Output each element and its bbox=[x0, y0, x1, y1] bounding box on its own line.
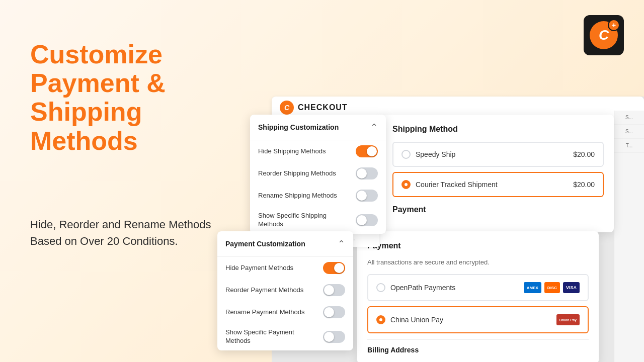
shipping-panel-title: Shipping Customization bbox=[258, 123, 339, 131]
secure-text: All transactions are secure and encrypte… bbox=[367, 258, 589, 266]
hero-title: Customize Payment & Shipping Methods bbox=[30, 40, 242, 155]
hide-payment-label: Hide Payment Methods bbox=[225, 264, 293, 273]
payment-panel-header: Payment Customization ⌃ bbox=[217, 231, 353, 257]
openpath-option[interactable]: OpenPath Payments AMEX DISC VISA bbox=[367, 274, 589, 301]
courier-tracked-option[interactable]: Courier Tracked Shipment $20.00 bbox=[392, 172, 604, 197]
reorder-shipping-label: Reorder Shipping Methods bbox=[258, 169, 336, 178]
sidebar-item-1: S... bbox=[614, 111, 644, 125]
sidebar-right: S... S... T... bbox=[614, 111, 644, 362]
hide-shipping-toggle[interactable] bbox=[356, 145, 378, 157]
shipping-panel-header: Shipping Customization ⌃ bbox=[250, 115, 386, 140]
hide-shipping-row: Hide Shipping Methods bbox=[250, 140, 386, 162]
rename-shipping-toggle[interactable] bbox=[356, 190, 378, 202]
rename-shipping-label: Rename Shipping Methods bbox=[258, 192, 337, 200]
sidebar-item-3: T... bbox=[614, 139, 644, 153]
rename-payment-toggle[interactable] bbox=[323, 306, 345, 318]
unionpay-icon: Union Pay bbox=[556, 314, 580, 325]
speedy-ship-option[interactable]: Speedy Ship $20.00 bbox=[392, 142, 604, 167]
shipping-panel: Shipping Customization ⌃ Hide Shipping M… bbox=[250, 115, 386, 234]
reorder-shipping-toggle[interactable] bbox=[356, 167, 378, 179]
unionpay-radio[interactable] bbox=[376, 315, 385, 324]
show-specific-shipping-row: Show Specific Shipping Methods bbox=[250, 207, 386, 234]
rename-shipping-row: Rename Shipping Methods bbox=[250, 185, 386, 207]
openpath-card-icons: AMEX DISC VISA bbox=[524, 282, 580, 293]
shipping-panel-close[interactable]: ⌃ bbox=[370, 122, 378, 133]
billing-title: Billing Address bbox=[367, 346, 589, 354]
payment-panel-close[interactable]: ⌃ bbox=[338, 238, 345, 249]
billing-section: Billing Address bbox=[367, 339, 589, 354]
show-specific-shipping-label: Show Specific Shipping Methods bbox=[258, 212, 339, 229]
hero-subtitle: Hide, Reorder and Rename Methods Based o… bbox=[30, 216, 211, 249]
reorder-shipping-row: Reorder Shipping Methods bbox=[250, 162, 386, 185]
visa-icon: VISA bbox=[563, 282, 580, 293]
payment-panel: Payment Customization ⌃ Hide Payment Met… bbox=[217, 231, 353, 350]
reorder-payment-row: Reorder Payment Methods bbox=[217, 279, 353, 301]
courier-tracked-name: Courier Tracked Shipment bbox=[416, 180, 498, 189]
logo-icon: C bbox=[590, 21, 618, 49]
hero-section: Customize Payment & Shipping Methods bbox=[30, 40, 242, 165]
show-specific-payment-toggle[interactable] bbox=[323, 331, 345, 343]
payment-method-title: Payment bbox=[367, 241, 589, 250]
speedy-ship-name: Speedy Ship bbox=[416, 150, 455, 158]
logo-box: C bbox=[584, 15, 624, 55]
reorder-payment-toggle[interactable] bbox=[323, 284, 345, 296]
speedy-ship-price: $20.00 bbox=[573, 150, 595, 158]
show-specific-payment-label: Show Specific Payment Methods bbox=[225, 328, 306, 345]
checkout-logo: C bbox=[280, 101, 294, 115]
logo-letter: C bbox=[599, 27, 609, 43]
payment-section-title: Payment bbox=[392, 205, 604, 214]
sidebar-item-2: S... bbox=[614, 125, 644, 139]
rename-payment-row: Rename Payment Methods bbox=[217, 301, 353, 323]
amex-icon: AMEX bbox=[524, 282, 541, 293]
hide-payment-row: Hide Payment Methods bbox=[217, 257, 353, 279]
courier-tracked-radio[interactable] bbox=[401, 180, 411, 189]
payment-panel-title: Payment Customization bbox=[225, 240, 305, 248]
reorder-payment-label: Reorder Payment Methods bbox=[225, 286, 303, 295]
hide-shipping-label: Hide Shipping Methods bbox=[258, 147, 326, 156]
unionpay-option[interactable]: China Union Pay Union Pay bbox=[367, 306, 589, 333]
speedy-ship-radio[interactable] bbox=[401, 150, 411, 159]
show-specific-shipping-toggle[interactable] bbox=[356, 214, 378, 226]
hide-payment-toggle[interactable] bbox=[323, 262, 345, 274]
checkout-title: CHECKOUT bbox=[298, 103, 348, 112]
rename-payment-label: Rename Payment Methods bbox=[225, 308, 305, 317]
openpath-radio[interactable] bbox=[376, 283, 385, 292]
unionpay-name: China Union Pay bbox=[390, 316, 443, 324]
show-specific-payment-row: Show Specific Payment Methods bbox=[217, 323, 353, 350]
shipping-method-panel: Shipping Method Speedy Ship $20.00 Couri… bbox=[382, 115, 614, 232]
openpath-name: OpenPath Payments bbox=[390, 284, 455, 292]
shipping-method-title: Shipping Method bbox=[392, 125, 604, 134]
discover-icon: DISC bbox=[544, 282, 560, 293]
courier-tracked-price: $20.00 bbox=[573, 180, 595, 189]
unionpay-card-icons: Union Pay bbox=[556, 314, 580, 325]
payment-method-panel: Payment All transactions are secure and … bbox=[357, 231, 599, 362]
